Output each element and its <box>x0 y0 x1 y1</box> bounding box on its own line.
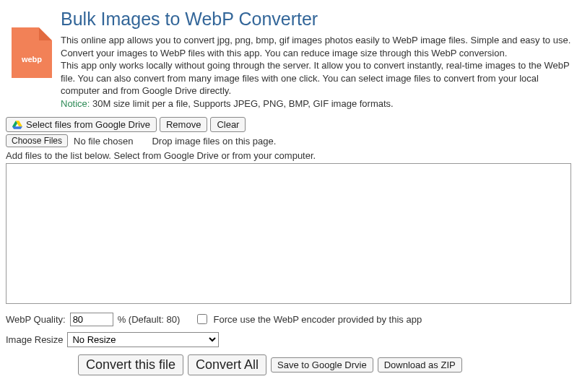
webp-file-icon: webp <box>12 27 52 78</box>
notice-label: Notice: <box>61 98 90 109</box>
convert-all-button[interactable]: Convert All <box>188 354 266 375</box>
clear-button[interactable]: Clear <box>210 117 246 132</box>
save-to-drive-button[interactable]: Save to Google Drvie <box>271 357 373 373</box>
resize-label: Image Resize <box>6 334 63 345</box>
webp-icon-label: webp <box>12 55 52 64</box>
download-zip-button[interactable]: Download as ZIP <box>378 357 462 373</box>
description-paragraph-1: This online app allows you to convert jp… <box>61 35 571 58</box>
add-files-hint: Add files to the list below. Select from… <box>6 150 571 161</box>
select-from-drive-button[interactable]: Select files from Google Drive <box>6 117 157 132</box>
notice-text: 30M size limit per a file, Supports JPEG… <box>90 98 393 109</box>
svg-marker-2 <box>12 126 22 129</box>
force-encoder-label: Force use the WebP encoder provided by t… <box>214 314 422 325</box>
quality-input[interactable] <box>70 313 113 326</box>
quality-label: WebP Quality: <box>6 314 66 325</box>
convert-this-button[interactable]: Convert this file <box>78 354 183 375</box>
quality-suffix: % (Default: 80) <box>118 314 181 325</box>
file-chosen-status: No file chosen <box>74 136 133 147</box>
resize-select[interactable]: No Resize <box>67 332 219 347</box>
select-from-drive-label: Select files from Google Drive <box>26 119 150 130</box>
drop-hint: Drop image files on this page. <box>152 136 276 147</box>
file-list-area[interactable] <box>6 163 571 304</box>
remove-button[interactable]: Remove <box>160 117 207 132</box>
choose-files-button[interactable]: Choose Files <box>6 134 68 147</box>
page-title: Bulk Images to WebP Converter <box>61 9 571 30</box>
force-encoder-checkbox[interactable] <box>197 314 207 324</box>
description-paragraph-2: This app only works locally without goin… <box>61 60 570 96</box>
google-drive-icon <box>12 121 22 129</box>
